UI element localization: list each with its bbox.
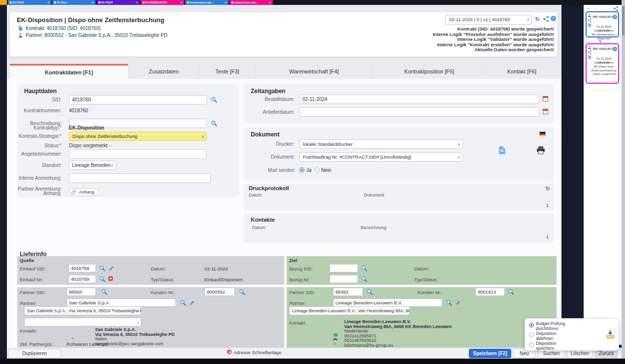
page-number[interactable]: 1 xyxy=(546,203,549,208)
share-icon[interactable] xyxy=(613,6,619,11)
sid-input[interactable] xyxy=(69,95,207,104)
einkauf-sid-input[interactable] xyxy=(68,264,96,272)
browser-tab[interactable]: testservice.rab...× xyxy=(230,0,273,5)
einkauf-nr-input[interactable] xyxy=(68,275,96,283)
german-flag-icon[interactable] xyxy=(539,132,546,136)
kunden-nr-input[interactable] xyxy=(475,288,505,296)
address-select-2[interactable] xyxy=(24,318,141,327)
close-icon[interactable]: × xyxy=(136,1,138,4)
bezug-nr-input[interactable] xyxy=(329,275,358,283)
close-icon[interactable]: × xyxy=(269,1,271,4)
refresh-icon[interactable] xyxy=(545,185,550,192)
partner-sid-input[interactable] xyxy=(66,288,96,296)
mail-nein-radio[interactable] xyxy=(314,167,319,172)
tab-kontraktposition[interactable]: Kontraktposition [F5] xyxy=(372,64,486,79)
browser-tab-partial[interactable] xyxy=(0,0,7,5)
history-icon[interactable] xyxy=(535,16,540,23)
strategie-select[interactable]: Dispo ohne Zeitfensterbuchung xyxy=(69,132,207,141)
edit-icon[interactable] xyxy=(454,299,461,306)
tab-warenwirtschaft[interactable]: Warenwirtschaft [F4] xyxy=(255,64,372,79)
partner-input[interactable] xyxy=(333,298,442,307)
interne-anmerkung-input[interactable] xyxy=(69,173,211,183)
status-arrow-icon[interactable] xyxy=(107,142,113,148)
close-icon[interactable]: × xyxy=(225,1,227,4)
browser-tab[interactable]: R+TEST× xyxy=(97,0,140,5)
document-icon[interactable] xyxy=(497,146,506,155)
sync-icon[interactable] xyxy=(551,16,556,21)
search-icon[interactable] xyxy=(446,299,452,306)
search-icon[interactable] xyxy=(361,276,367,282)
drucker-select[interactable]: lokaler Standarddrucker xyxy=(299,139,463,149)
delete-icon[interactable] xyxy=(108,276,113,281)
scrollbar[interactable] xyxy=(622,0,625,364)
dokument-select[interactable]: Frachtauftrag Nr. #CONTRACT.SID# [Unvoll… xyxy=(299,152,463,162)
workflow-card[interactable]: SID: 6191143 (1) 02-11-2024 14:12:44 Har… xyxy=(586,43,619,84)
calendar-icon[interactable] xyxy=(543,96,548,101)
quick-create-icon[interactable] xyxy=(227,350,231,354)
disposition-ablehnen-radio[interactable] xyxy=(529,332,534,337)
address-select[interactable]: San Gabriele S.p.A.: Via Venezia 6, 3501… xyxy=(24,306,141,315)
kontakte-panel: Kontakte Datum Bezeichnung 1 xyxy=(244,213,554,242)
share-icon[interactable] xyxy=(543,16,549,22)
edit-icon[interactable] xyxy=(107,265,114,271)
search-icon[interactable] xyxy=(211,97,217,103)
search-icon[interactable] xyxy=(211,120,217,127)
tab-kontakt[interactable]: Kontakt [F6] xyxy=(486,64,558,79)
search-icon[interactable] xyxy=(361,265,367,271)
kunden-nr-input[interactable] xyxy=(204,288,235,296)
open-icon[interactable] xyxy=(613,15,617,19)
page-number[interactable]: 1 xyxy=(546,234,549,239)
tab-kontraktdaten[interactable]: Kontraktdaten [F1] xyxy=(10,64,128,79)
bezug-sid-input[interactable] xyxy=(329,264,358,272)
schnellanlage-link[interactable]: Adresse Schnellanlage xyxy=(233,350,281,355)
calendar-icon[interactable] xyxy=(543,109,548,114)
browser-tab[interactable]: testservice.rab...× xyxy=(185,0,229,5)
search-icon[interactable] xyxy=(366,289,373,295)
browser-tab-label: R+TEST xyxy=(13,1,24,4)
speichern-button[interactable]: Speichern [F2] xyxy=(469,349,511,358)
paperclip-icon xyxy=(71,190,76,195)
open-icon[interactable] xyxy=(613,47,617,51)
subsection-title: Quelle xyxy=(20,258,34,263)
section-title: Hauptdaten xyxy=(24,88,57,95)
search-icon[interactable] xyxy=(99,265,105,271)
partner-input[interactable] xyxy=(66,298,176,307)
anhang-button[interactable]: Anhang xyxy=(69,188,99,196)
search-icon[interactable] xyxy=(101,289,107,295)
browser-tab[interactable]: R+PRODUKTIV× xyxy=(141,0,184,5)
section-title: Kontakte xyxy=(251,217,275,223)
mail-ja-radio[interactable] xyxy=(299,167,304,172)
workflow-card[interactable]: SID: 6191142 (2) 02-11-2024 14:12:06 Har… xyxy=(586,11,619,37)
version-select[interactable]: 02-11-2024 | 0 | v1 | 4018760 xyxy=(445,15,532,25)
close-icon[interactable]: × xyxy=(180,1,182,4)
search-icon[interactable] xyxy=(239,289,245,295)
search-icon[interactable] xyxy=(180,299,186,306)
search-icon[interactable] xyxy=(508,289,514,295)
close-icon[interactable]: × xyxy=(47,1,49,4)
search-icon[interactable] xyxy=(99,276,105,282)
standort-input[interactable] xyxy=(69,161,116,170)
druckprotokoll-panel: Druckprotokoll Datum Dokument 1 xyxy=(244,183,554,211)
tab-label: Warenwirtschaft [F4] xyxy=(289,68,338,74)
chevron-down-icon[interactable] xyxy=(71,336,74,341)
scrollbar-thumb[interactable] xyxy=(622,6,625,35)
tab-texte[interactable]: Texte [F3] xyxy=(199,64,255,79)
edit-icon[interactable] xyxy=(188,299,195,306)
address-select[interactable]: Lineage Beneden-Leeuwen B.V.: Van Heemst… xyxy=(289,306,410,315)
column-header: Datum xyxy=(249,193,262,198)
duplizieren-button[interactable]: Duplizieren xyxy=(8,349,61,358)
angebotsnummer-input[interactable] xyxy=(69,149,207,159)
bestelldatum-input[interactable] xyxy=(299,95,539,104)
partner-sid-input[interactable] xyxy=(333,288,363,296)
anlieferdatum-input[interactable] xyxy=(299,107,539,117)
field-label: Bezug Nr: xyxy=(289,277,310,282)
browser-tab[interactable]: R+TEST× xyxy=(8,0,51,5)
disposition-speichern-radio[interactable] xyxy=(529,342,534,347)
tab-label: Kontraktposition [F5] xyxy=(404,68,454,74)
close-icon[interactable]: × xyxy=(92,1,94,4)
budget-pruefung-radio[interactable] xyxy=(529,323,534,328)
printer-icon[interactable] xyxy=(536,146,546,155)
save-disposition-icon[interactable] xyxy=(605,330,616,339)
browser-tab[interactable]: R+Test× xyxy=(52,0,96,5)
tab-zusatzdaten[interactable]: Zusatzdaten xyxy=(128,64,199,79)
